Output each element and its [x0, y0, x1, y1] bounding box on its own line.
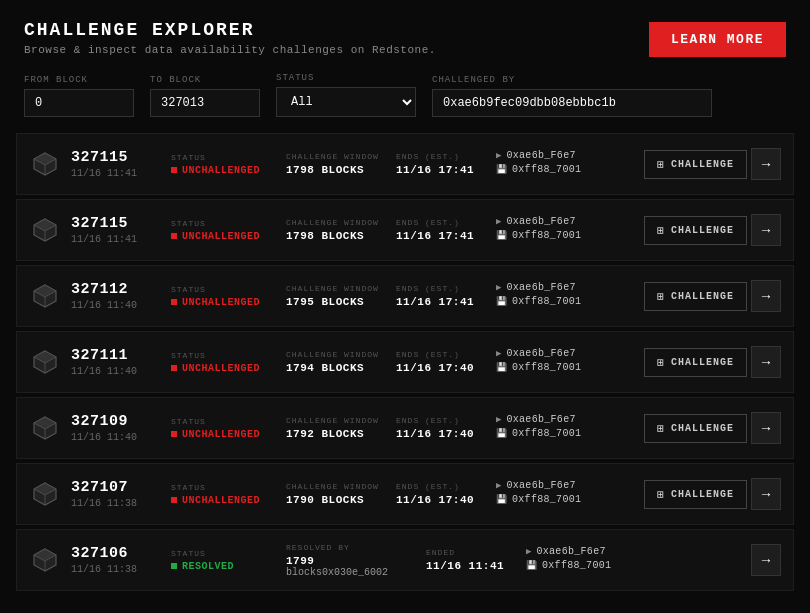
challenge-button[interactable]: ⊞ CHALLENGE	[644, 150, 747, 179]
status-dot	[171, 233, 177, 239]
ends-label: ENDS (EST.)	[396, 416, 486, 425]
status-section: STATUS UNCHALLENGED	[171, 219, 276, 242]
address-from-item: ▶ 0xae6b_F6e7	[496, 216, 634, 227]
status-label: STATUS	[171, 219, 276, 228]
page-title: CHALLENGE EXPLORER	[24, 20, 436, 40]
block-date: 11/16 11:41	[71, 234, 161, 245]
disk-icon: 💾	[496, 428, 507, 439]
block-info: 327109 11/16 11:40	[71, 413, 161, 443]
status-text: UNCHALLENGED	[182, 429, 260, 440]
address-from-item: ▶ 0xae6b_F6e7	[496, 150, 634, 161]
arrow-button[interactable]: →	[751, 148, 781, 180]
cube-icon	[29, 412, 61, 444]
table-row: 327109 11/16 11:40STATUS UNCHALLENGED CH…	[16, 397, 794, 459]
block-number: 327112	[71, 281, 161, 298]
to-block-input[interactable]	[150, 89, 260, 117]
status-badge: UNCHALLENGED	[171, 231, 276, 242]
status-badge: RESOLVED	[171, 561, 276, 572]
address-to-item: 💾 0xff88_7001	[496, 164, 634, 175]
ends-section: ENDS (EST.) 11/16 17:41	[396, 218, 486, 242]
challenge-window-label: CHALLENGE WINDOW	[286, 152, 386, 161]
addresses-section: ▶ 0xae6b_F6e7 💾 0xff88_7001	[496, 150, 634, 178]
actions-section: ⊞ CHALLENGE→	[644, 346, 781, 378]
challenge-window-section: CHALLENGE WINDOW 1795 BLOCKS	[286, 284, 386, 308]
play-icon: ▶	[496, 282, 501, 293]
arrow-button[interactable]: →	[751, 214, 781, 246]
challenge-button[interactable]: ⊞ CHALLENGE	[644, 282, 747, 311]
block-number: 327109	[71, 413, 161, 430]
status-badge: UNCHALLENGED	[171, 297, 276, 308]
arrow-right-icon: →	[759, 552, 773, 568]
status-dot	[171, 365, 177, 371]
challenge-window-label: CHALLENGE WINDOW	[286, 218, 386, 227]
address-to: 0xff88_7001	[512, 428, 581, 439]
ends-label: ENDS (EST.)	[396, 284, 486, 293]
challenge-window-section: CHALLENGE WINDOW 1794 BLOCKS	[286, 350, 386, 374]
cube-icon	[29, 214, 61, 246]
challenge-button[interactable]: ⊞ CHALLENGE	[644, 348, 747, 377]
challenge-btn-icon: ⊞	[657, 290, 665, 303]
challenge-button[interactable]: ⊞ CHALLENGE	[644, 216, 747, 245]
status-select[interactable]: All Unchallenged Resolved Challenged	[276, 87, 416, 117]
challenge-btn-icon: ⊞	[657, 356, 665, 369]
status-label: STATUS	[171, 483, 276, 492]
challenge-window-value: 1790 BLOCKS	[286, 494, 386, 506]
addresses-section: ▶ 0xae6b_F6e7 💾 0xff88_7001	[496, 480, 634, 508]
arrow-button[interactable]: →	[751, 412, 781, 444]
block-info: 327115 11/16 11:41	[71, 215, 161, 245]
status-section: STATUS UNCHALLENGED	[171, 285, 276, 308]
arrow-right-icon: →	[759, 486, 773, 502]
ends-label: ENDS (EST.)	[396, 350, 486, 359]
challenge-window-label: CHALLENGE WINDOW	[286, 482, 386, 491]
ends-value: 11/16 17:40	[396, 428, 486, 440]
status-label: STATUS	[171, 153, 276, 162]
challenged-by-input[interactable]	[432, 89, 712, 117]
ends-section: ENDS (EST.) 11/16 17:40	[396, 416, 486, 440]
address-from: 0xae6b_F6e7	[506, 150, 575, 161]
ends-value: 11/16 17:41	[396, 164, 486, 176]
address-from: 0xae6b_F6e7	[536, 546, 605, 557]
block-date: 11/16 11:40	[71, 432, 161, 443]
actions-section: ⊞ CHALLENGE→	[644, 478, 781, 510]
ends-section: ENDS (EST.) 11/16 17:41	[396, 284, 486, 308]
challenge-button[interactable]: ⊞ CHALLENGE	[644, 414, 747, 443]
learn-more-button[interactable]: LEARN MORE	[649, 22, 786, 57]
status-text: RESOLVED	[182, 561, 234, 572]
filters-bar: FROM BLOCK TO BLOCK STATUS All Unchallen…	[0, 73, 810, 133]
status-text: UNCHALLENGED	[182, 165, 260, 176]
arrow-button[interactable]: →	[751, 478, 781, 510]
challenge-window-section: CHALLENGE WINDOW 1798 BLOCKS	[286, 218, 386, 242]
address-from: 0xae6b_F6e7	[506, 414, 575, 425]
block-number: 327111	[71, 347, 161, 364]
ends-label: ENDS (EST.)	[396, 218, 486, 227]
address-from: 0xae6b_F6e7	[506, 216, 575, 227]
block-date: 11/16 11:40	[71, 300, 161, 311]
address-from-item: ▶ 0xae6b_F6e7	[526, 546, 741, 557]
play-icon: ▶	[496, 414, 501, 425]
status-text: UNCHALLENGED	[182, 297, 260, 308]
disk-icon: 💾	[496, 362, 507, 373]
status-label: STATUS	[171, 549, 276, 558]
address-to-item: 💾 0xff88_7001	[496, 230, 634, 241]
challenge-window-value: 1798 BLOCKS	[286, 164, 386, 176]
challenge-window-label: CHALLENGE WINDOW	[286, 416, 386, 425]
block-date: 11/16 11:38	[71, 564, 161, 575]
play-icon: ▶	[496, 480, 501, 491]
challenge-button[interactable]: ⊞ CHALLENGE	[644, 480, 747, 509]
arrow-button[interactable]: →	[751, 544, 781, 576]
table-row: 327107 11/16 11:38STATUS UNCHALLENGED CH…	[16, 463, 794, 525]
from-block-input[interactable]	[24, 89, 134, 117]
ended-label: ENDED	[426, 548, 516, 557]
ends-label: ENDS (EST.)	[396, 152, 486, 161]
block-info: 327106 11/16 11:38	[71, 545, 161, 575]
page-subtitle: Browse & inspect data availability chall…	[24, 44, 436, 56]
block-number: 327115	[71, 149, 161, 166]
arrow-button[interactable]: →	[751, 346, 781, 378]
status-filter: STATUS All Unchallenged Resolved Challen…	[276, 73, 416, 117]
arrow-button[interactable]: →	[751, 280, 781, 312]
header-left: CHALLENGE EXPLORER Browse & inspect data…	[24, 20, 436, 56]
addresses-section: ▶ 0xae6b_F6e7 💾 0xff88_7001	[496, 348, 634, 376]
challenged-by-label: CHALLENGED BY	[432, 75, 712, 85]
address-to-item: 💾 0xff88_7001	[496, 362, 634, 373]
block-info: 327107 11/16 11:38	[71, 479, 161, 509]
